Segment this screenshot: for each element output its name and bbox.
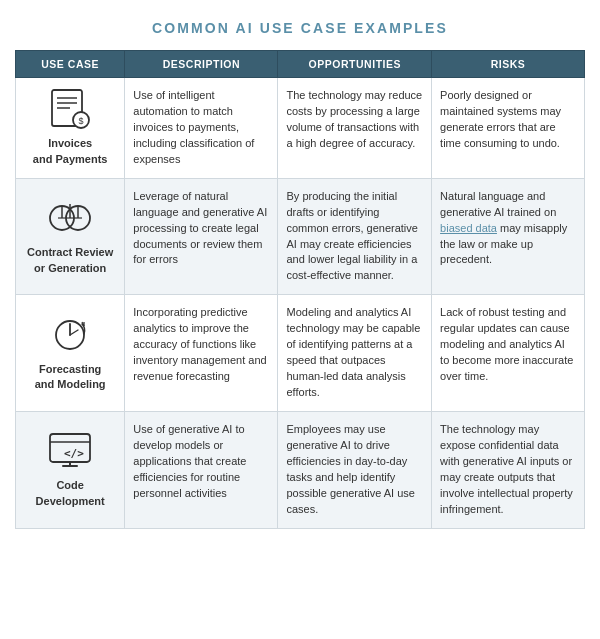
col-header-risks: RISKS <box>432 51 585 78</box>
invoices-description: Use of intelligent automation to match i… <box>125 78 278 179</box>
use-case-cell-contract: Contract Reviewor Generation <box>16 178 125 295</box>
code-label: CodeDevelopment <box>24 478 116 509</box>
forecasting-risks: Lack of robust testing and regular updat… <box>432 295 585 412</box>
contract-icon <box>44 197 96 239</box>
page-title: COMMON AI USE CASE EXAMPLES <box>15 20 585 36</box>
code-icon: </> <box>44 430 96 472</box>
use-case-cell-invoices: $ Invoicesand Payments <box>16 78 125 179</box>
code-opportunities: Employees may use generative AI to drive… <box>278 411 432 528</box>
table-header-row: USE CASE DESCRIPTION OPPORTUNITIES RISKS <box>16 51 585 78</box>
use-case-cell-forecasting: Forecastingand Modeling <box>16 295 125 412</box>
table-row: Forecastingand ModelingIncorporating pre… <box>16 295 585 412</box>
forecasting-icon <box>44 314 96 356</box>
forecasting-opportunities: Modeling and analytics AI technology may… <box>278 295 432 412</box>
code-risks: The technology may expose confidential d… <box>432 411 585 528</box>
contract-description: Leverage of natural language and generat… <box>125 178 278 295</box>
svg-text:$: $ <box>79 116 84 126</box>
biased-data-link[interactable]: biased data <box>440 222 497 234</box>
code-description: Use of generative AI to develop models o… <box>125 411 278 528</box>
invoices-label: Invoicesand Payments <box>24 136 116 167</box>
invoices-opportunities: The technology may reduce costs by proce… <box>278 78 432 179</box>
table-row: $ Invoicesand PaymentsUse of intelligent… <box>16 78 585 179</box>
contract-opportunities: By producing the initial drafts or ident… <box>278 178 432 295</box>
col-header-opportunities: OPPORTUNITIES <box>278 51 432 78</box>
col-header-use-case: USE CASE <box>16 51 125 78</box>
invoices-risks: Poorly designed or maintained systems ma… <box>432 78 585 179</box>
contract-label: Contract Reviewor Generation <box>24 245 116 276</box>
use-case-cell-code: </> CodeDevelopment <box>16 411 125 528</box>
invoices-icon: $ <box>44 88 96 130</box>
forecasting-label: Forecastingand Modeling <box>24 362 116 393</box>
table-row: Contract Reviewor GenerationLeverage of … <box>16 178 585 295</box>
forecasting-description: Incorporating predictive analytics to im… <box>125 295 278 412</box>
contract-risks: Natural language and generative AI train… <box>432 178 585 295</box>
use-cases-table: USE CASE DESCRIPTION OPPORTUNITIES RISKS… <box>15 50 585 529</box>
svg-text:</>: </> <box>64 447 84 460</box>
col-header-description: DESCRIPTION <box>125 51 278 78</box>
table-row: </> CodeDevelopmentUse of generative AI … <box>16 411 585 528</box>
